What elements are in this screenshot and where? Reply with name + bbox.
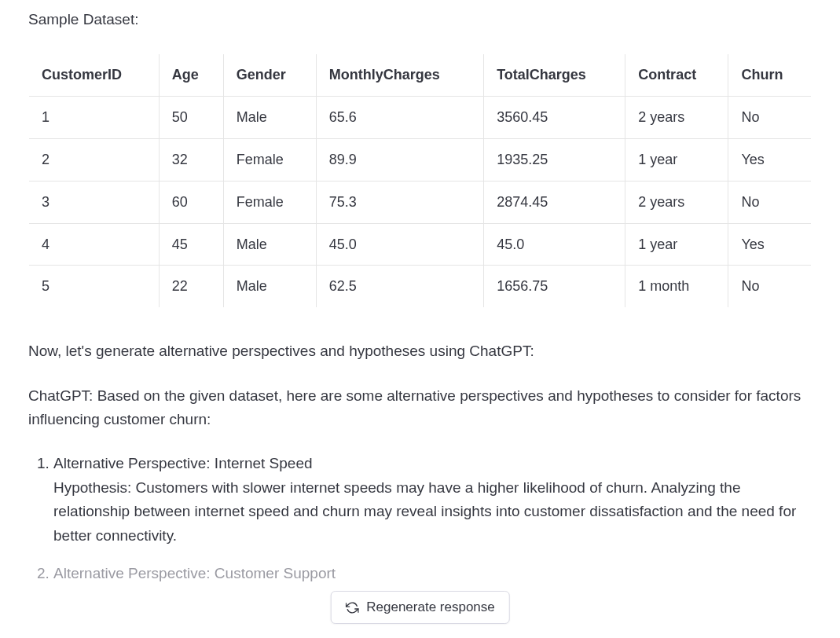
cell: 75.3: [316, 181, 484, 223]
cell: 65.6: [316, 97, 484, 139]
cell: 89.9: [316, 138, 484, 181]
table-row: 4 45 Male 45.0 45.0 1 year Yes: [29, 223, 812, 266]
cell: Female: [223, 181, 316, 223]
cell: 1 month: [625, 266, 728, 308]
col-churn: Churn: [728, 54, 812, 97]
table-row: 3 60 Female 75.3 2874.45 2 years No: [29, 181, 812, 223]
perspective-title: Alternative Perspective: Internet Speed: [53, 452, 812, 475]
col-monthlycharges: MonthlyCharges: [316, 54, 484, 97]
cell: 62.5: [316, 266, 484, 308]
refresh-icon: [345, 601, 358, 614]
cell: 2 years: [625, 97, 728, 139]
cell: No: [728, 266, 812, 308]
list-item: Alternative Perspective: Customer Suppor…: [53, 562, 812, 585]
table-row: 5 22 Male 62.5 1656.75 1 month No: [29, 266, 812, 308]
intro-paragraph: Now, let's generate alternative perspect…: [28, 339, 812, 363]
cell: 1 year: [625, 138, 728, 181]
cell: No: [728, 181, 812, 223]
cell: 1 year: [625, 223, 728, 266]
cell: 2: [29, 138, 160, 181]
perspective-title: Alternative Perspective: Customer Suppor…: [53, 562, 812, 585]
regenerate-label: Regenerate response: [366, 600, 495, 615]
cell: Male: [223, 97, 316, 139]
cell: 22: [159, 266, 223, 308]
cell: Yes: [728, 138, 812, 181]
list-item: Alternative Perspective: Internet Speed …: [53, 452, 812, 548]
table-row: 1 50 Male 65.6 3560.45 2 years No: [29, 97, 812, 139]
regenerate-response-button[interactable]: Regenerate response: [330, 591, 510, 624]
cell: 50: [159, 97, 223, 139]
cell: 1935.25: [484, 138, 625, 181]
cell: 45.0: [316, 223, 484, 266]
cell: 32: [159, 138, 223, 181]
cell: 45: [159, 223, 223, 266]
dataset-table: CustomerID Age Gender MonthlyCharges Tot…: [28, 53, 812, 308]
col-gender: Gender: [223, 54, 316, 97]
col-age: Age: [159, 54, 223, 97]
col-contract: Contract: [625, 54, 728, 97]
cell: Yes: [728, 223, 812, 266]
cell: 5: [29, 266, 160, 308]
alternative-perspectives-list: Alternative Perspective: Internet Speed …: [28, 452, 812, 585]
cell: Female: [223, 138, 316, 181]
perspective-hypothesis: Hypothesis: Customers with slower intern…: [53, 476, 812, 548]
cell: 3560.45: [484, 97, 625, 139]
cell: 3: [29, 181, 160, 223]
cell: Male: [223, 266, 316, 308]
cell: Male: [223, 223, 316, 266]
cell: 45.0: [484, 223, 625, 266]
sample-dataset-heading: Sample Dataset:: [28, 8, 812, 31]
chatgpt-response-intro: ChatGPT: Based on the given dataset, her…: [28, 384, 812, 432]
cell: 2874.45: [484, 181, 625, 223]
cell: 1656.75: [484, 266, 625, 308]
cell: 2 years: [625, 181, 728, 223]
table-row: 2 32 Female 89.9 1935.25 1 year Yes: [29, 138, 812, 181]
col-customerid: CustomerID: [29, 54, 160, 97]
table-header-row: CustomerID Age Gender MonthlyCharges Tot…: [29, 54, 812, 97]
col-totalcharges: TotalCharges: [484, 54, 625, 97]
cell: 1: [29, 97, 160, 139]
cell: 4: [29, 223, 160, 266]
cell: 60: [159, 181, 223, 223]
cell: No: [728, 97, 812, 139]
